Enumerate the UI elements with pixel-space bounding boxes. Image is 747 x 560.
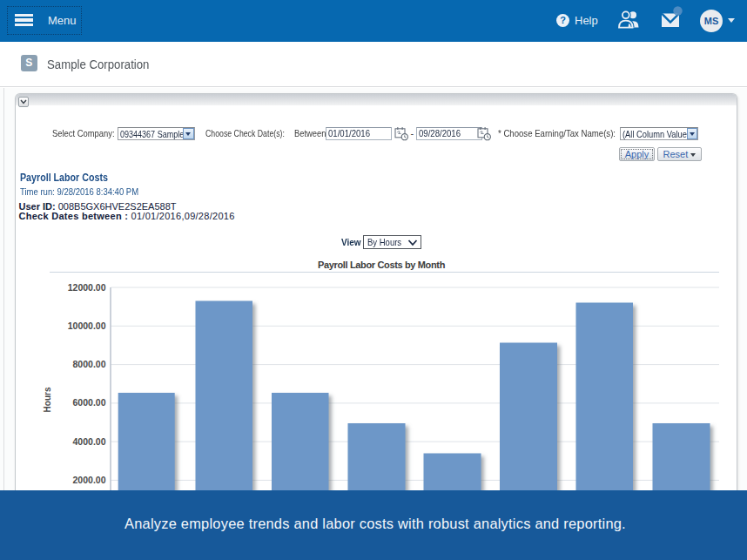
svg-text:2000.00: 2000.00 [73, 475, 106, 485]
svg-text:4000.00: 4000.00 [73, 436, 106, 447]
svg-text:10000.00: 10000.00 [68, 320, 106, 331]
svg-text:Hours: Hours [43, 387, 52, 412]
svg-text:8000.00: 8000.00 [73, 359, 106, 369]
svg-text:12000.00: 12000.00 [68, 282, 106, 293]
svg-text:6000.00: 6000.00 [73, 397, 106, 408]
